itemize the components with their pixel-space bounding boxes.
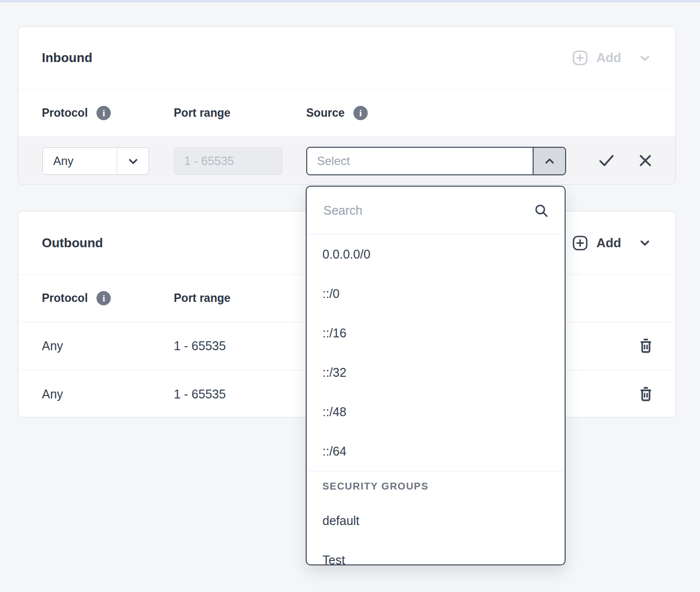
outbound-col-protocol: Protocol i: [42, 275, 111, 322]
source-dropdown: 0.0.0.0/0 ::/0 ::/16 ::/32 ::/48 ::/64 S…: [306, 186, 566, 565]
dropdown-option[interactable]: ::/64: [307, 431, 565, 471]
delete-rule-button[interactable]: [636, 385, 656, 404]
inbound-header: Inbound Add: [18, 27, 675, 90]
col-label: Source: [306, 106, 345, 120]
close-icon: [636, 152, 654, 169]
rule-port-range: 1 - 65535: [174, 370, 226, 418]
col-label: Port range: [174, 106, 230, 120]
dropdown-option[interactable]: ::/0: [307, 274, 565, 313]
chevron-down-icon[interactable]: [117, 148, 149, 174]
outbound-col-port-range: Port range: [174, 275, 230, 322]
source-select-input[interactable]: [307, 148, 533, 174]
outbound-add-button[interactable]: Add: [572, 235, 652, 251]
trash-icon: [637, 337, 655, 355]
search-icon: [534, 203, 549, 218]
info-icon[interactable]: i: [96, 106, 111, 120]
chevron-down-icon: [638, 236, 652, 250]
rule-protocol: Any: [42, 322, 63, 370]
outbound-add-label: Add: [596, 235, 621, 251]
inbound-edit-row: Any: [18, 137, 675, 184]
protocol-select-value: Any: [43, 148, 117, 174]
cancel-rule-button[interactable]: [636, 151, 655, 170]
info-icon[interactable]: i: [353, 106, 368, 120]
col-label: Port range: [174, 292, 230, 305]
check-icon: [597, 151, 616, 170]
plus-square-icon: [572, 235, 588, 251]
chevron-down-icon: [638, 51, 652, 65]
dropdown-option[interactable]: ::/16: [307, 313, 565, 353]
dropdown-option[interactable]: default: [307, 501, 565, 540]
confirm-rule-button[interactable]: [597, 151, 616, 170]
dropdown-group-label: SECURITY GROUPS: [307, 471, 565, 501]
plus-square-icon: [572, 50, 588, 66]
outbound-title: Outbound: [42, 235, 103, 251]
delete-rule-button[interactable]: [636, 336, 656, 356]
inbound-col-port-range: Port range: [174, 90, 230, 136]
inbound-panel: Inbound Add Protocol i Port range Source…: [18, 26, 676, 185]
dropdown-option[interactable]: 0.0.0.0/0: [307, 234, 565, 274]
source-select[interactable]: [306, 147, 566, 175]
rule-port-range: 1 - 65535: [174, 322, 226, 370]
trash-icon: [637, 386, 655, 403]
col-label: Protocol: [42, 106, 88, 120]
info-icon[interactable]: i: [96, 291, 111, 305]
chevron-up-icon[interactable]: [533, 148, 565, 174]
inbound-title: Inbound: [42, 50, 93, 66]
col-label: Protocol: [42, 292, 88, 305]
inbound-column-headers: Protocol i Port range Source i: [18, 90, 675, 137]
dropdown-option[interactable]: ::/48: [307, 392, 565, 431]
dropdown-option[interactable]: Test: [307, 540, 565, 565]
dropdown-search-input[interactable]: [322, 203, 534, 218]
dropdown-search-row: [307, 187, 565, 234]
inbound-add-label: Add: [596, 50, 621, 66]
dropdown-option[interactable]: ::/32: [307, 353, 565, 392]
rule-protocol: Any: [42, 370, 63, 418]
port-range-input: [174, 147, 283, 175]
inbound-col-protocol: Protocol i: [42, 90, 111, 136]
inbound-add-button[interactable]: Add: [572, 50, 652, 66]
protocol-select[interactable]: Any: [42, 147, 149, 175]
top-accent-bar: [0, 0, 700, 2]
inbound-col-source: Source i: [306, 90, 368, 136]
